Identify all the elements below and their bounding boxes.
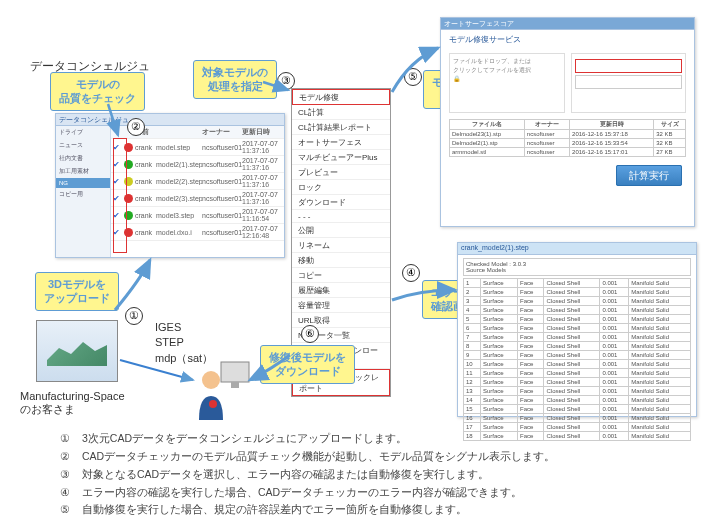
table-row: 16SurfaceFaceClosed Shell0.001Manifold S… (464, 414, 691, 423)
execute-button[interactable]: 計算実行 (616, 165, 682, 186)
table-row: 7SurfaceFaceClosed Shell0.001Manifold So… (464, 333, 691, 342)
menu-item[interactable]: マルチビューアーPlus (292, 150, 390, 165)
file-list-window: データコンシェルジュ ドライブ ニュース 社内文書 加工用素材 NG コピー用 … (55, 113, 285, 258)
callout-quality: モデルの 品質をチェック (50, 72, 145, 111)
callout-upload: 3Dモデルを アップロード (35, 272, 119, 311)
table-row[interactable]: ✔crank_model2(3).stepncsoftuser0122017-0… (111, 190, 284, 207)
callout-target: 対象モデルの 処理を指定 (193, 60, 277, 99)
repair-panel (571, 53, 687, 113)
repair-titlebar: オートサーフェスコア (441, 18, 694, 30)
repair-window: オートサーフェスコア モデル修復サービス ファイルをドロップ、またはクリックして… (440, 17, 695, 227)
svg-rect-1 (231, 382, 239, 388)
step-4-badge: ④ (402, 264, 420, 282)
sidebar-item[interactable]: 加工用素材 (56, 165, 110, 178)
repair-panel: ファイルをドロップ、またはクリックしてファイルを選択🔒 (449, 53, 565, 113)
menu-item[interactable]: コピー (292, 268, 390, 283)
col-date: 更新日時 (242, 127, 282, 137)
menu-item[interactable]: プレビュー (292, 165, 390, 180)
table-row: 9SurfaceFaceClosed Shell0.001Manifold So… (464, 351, 691, 360)
file-table: 名前 オーナー 更新日時 ✔crank_model.stepncsoftuser… (111, 126, 284, 257)
table-row: 4SurfaceFaceClosed Shell0.001Manifold So… (464, 306, 691, 315)
table-row: 11SurfaceFaceClosed Shell0.001Manifold S… (464, 369, 691, 378)
sidebar-item[interactable]: 社内文書 (56, 152, 110, 165)
step-1-badge: ① (125, 307, 143, 325)
svg-rect-0 (221, 362, 249, 382)
menu-item[interactable]: CL計算結果レポート (292, 120, 390, 135)
table-row[interactable]: ✔crank_model2(1).stepncsoftuser0122017-0… (111, 156, 284, 173)
svg-point-2 (202, 371, 220, 389)
menu-item[interactable]: 移動 (292, 253, 390, 268)
window-titlebar: データコンシェルジュ (56, 114, 284, 126)
menu-item[interactable]: 容量管理 (292, 298, 390, 313)
footer-steps: ①3次元CADデータをデータコンシェルジュにアップロードします。 ②CADデータ… (60, 430, 555, 519)
table-row: 5SurfaceFaceClosed Shell0.001Manifold So… (464, 315, 691, 324)
table-row[interactable]: ✔crank_model.stepncsoftuser0122017-07-07… (111, 139, 284, 156)
menu-item[interactable]: - - - (292, 210, 390, 223)
sidebar-item[interactable]: コピー用 (56, 188, 110, 201)
customer-label: Manufacturing-Space のお客さま (20, 390, 125, 417)
cad-shape-icon (47, 336, 107, 366)
table-row: 10SurfaceFaceClosed Shell0.001Manifold S… (464, 360, 691, 369)
sidebar: ドライブ ニュース 社内文書 加工用素材 NG コピー用 (56, 126, 111, 257)
cad-thumbnail (36, 320, 118, 382)
sidebar-item[interactable]: ドライブ (56, 126, 110, 139)
col-owner: オーナー (202, 127, 242, 137)
table-row: 13SurfaceFaceClosed Shell0.001Manifold S… (464, 387, 691, 396)
table-row: 6SurfaceFaceClosed Shell0.001Manifold So… (464, 324, 691, 333)
table-row: 8SurfaceFaceClosed Shell0.001Manifold So… (464, 342, 691, 351)
menu-item[interactable]: ロック (292, 180, 390, 195)
table-row: 12SurfaceFaceClosed Shell0.001Manifold S… (464, 378, 691, 387)
menu-item[interactable]: モデル修復 (292, 89, 390, 105)
repair-subtitle: モデル修復サービス (441, 30, 694, 49)
repair-file-table: ファイル名オーナー更新日時サイズ Delmodel23(1).stpncsoft… (449, 119, 686, 157)
table-row[interactable]: ✔crank_model2(2).stepncsoftuser0122017-0… (111, 173, 284, 190)
table-row: 1SurfaceFaceClosed Shell0.001Manifold So… (464, 279, 691, 288)
step-3-badge: ③ (277, 72, 295, 90)
table-row: 15SurfaceFaceClosed Shell0.001Manifold S… (464, 405, 691, 414)
table-row: 2SurfaceFaceClosed Shell0.001Manifold So… (464, 288, 691, 297)
table-row: 14SurfaceFaceClosed Shell0.001Manifold S… (464, 396, 691, 405)
col-name: 名前 (135, 127, 202, 137)
menu-item[interactable]: 履歴編集 (292, 283, 390, 298)
menu-item[interactable]: リネーム (292, 238, 390, 253)
step-5-badge: ⑤ (404, 68, 422, 86)
err-header: Source Models (466, 267, 506, 273)
table-row[interactable]: ✔crank_model3.stepncsoftuser0122017-07-0… (111, 207, 284, 224)
sidebar-item[interactable]: NG (56, 178, 110, 188)
step-2-badge: ② (127, 118, 145, 136)
menu-item[interactable]: CL計算 (292, 105, 390, 120)
menu-item[interactable]: ダウンロード (292, 195, 390, 210)
menu-item[interactable]: オートサーフェス (292, 135, 390, 150)
menu-item[interactable]: 公開 (292, 223, 390, 238)
error-table: 1SurfaceFaceClosed Shell0.001Manifold So… (463, 278, 691, 441)
table-row: 3SurfaceFaceClosed Shell0.001Manifold So… (464, 297, 691, 306)
error-titlebar: crank_model2(1).step (458, 243, 696, 255)
callout-download: 修復後モデルを ダウンロード (260, 345, 355, 384)
error-window: crank_model2(1).step Checked Model : 3.0… (457, 242, 697, 417)
step-6-badge: ⑥ (301, 325, 319, 343)
sidebar-item[interactable]: ニュース (56, 139, 110, 152)
table-row[interactable]: ✔crank_model.dxo.incsoftuser0122017-07-0… (111, 224, 284, 241)
signal-highlight (113, 138, 127, 253)
person-icon (195, 360, 251, 422)
svg-point-3 (209, 400, 217, 408)
